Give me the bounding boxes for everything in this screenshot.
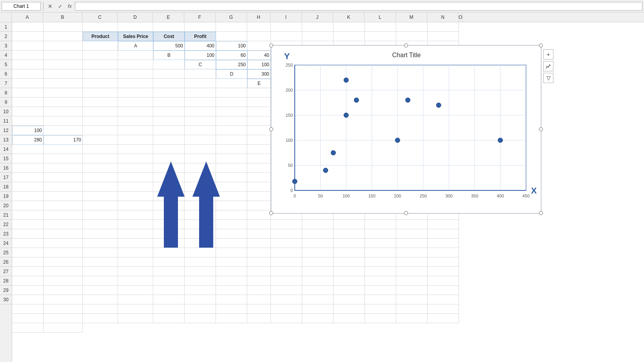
cell-I1[interactable] <box>271 22 302 32</box>
cell-E1[interactable] <box>153 22 185 32</box>
cell-K6[interactable] <box>44 79 83 88</box>
cell-I25[interactable] <box>153 267 185 276</box>
cell-J25[interactable] <box>185 267 216 276</box>
cell-E14[interactable] <box>118 154 153 163</box>
cell-K19[interactable] <box>12 210 44 220</box>
cell-O15[interactable] <box>12 173 44 182</box>
cell-O22[interactable] <box>247 239 271 248</box>
cell-H22[interactable] <box>12 239 44 248</box>
cell-N26[interactable] <box>334 276 365 286</box>
cell-C23[interactable] <box>334 239 365 248</box>
cell-L30[interactable] <box>396 314 428 323</box>
cell-D1[interactable] <box>118 22 153 32</box>
cell-L10[interactable] <box>216 116 247 126</box>
cell-C26[interactable] <box>428 267 459 276</box>
cell-E30[interactable] <box>185 314 216 323</box>
cell-G25[interactable] <box>83 267 118 276</box>
cell-A30[interactable] <box>44 314 83 323</box>
cell-O3[interactable] <box>83 51 118 60</box>
cell-L11[interactable] <box>247 126 271 135</box>
cell-K28[interactable] <box>302 295 334 304</box>
cell-B1[interactable] <box>44 22 83 32</box>
cell-D22[interactable] <box>334 229 365 239</box>
cell-D13[interactable] <box>44 145 83 154</box>
cell-J8[interactable] <box>83 98 118 107</box>
cell-L8[interactable] <box>153 98 185 107</box>
cell-C27[interactable] <box>12 286 44 295</box>
cell-J9[interactable] <box>118 107 153 116</box>
cell-B21[interactable] <box>247 220 271 229</box>
cell-O8[interactable] <box>247 98 271 107</box>
cell-K7[interactable] <box>83 88 118 98</box>
cell-C15[interactable] <box>83 163 118 173</box>
cell-I9[interactable] <box>83 107 118 116</box>
cell-E17[interactable] <box>216 182 247 192</box>
cell-L21[interactable] <box>118 229 153 239</box>
cell-E29[interactable] <box>153 304 185 314</box>
cell-D3[interactable]: 400 <box>185 41 216 51</box>
cell-G10[interactable] <box>44 116 83 126</box>
cell-D21[interactable] <box>302 220 334 229</box>
chart-container[interactable]: + ▽ Chart Title0501001502002500501001502… <box>271 45 541 214</box>
chart-add-button[interactable]: + <box>543 49 553 60</box>
cell-M10[interactable] <box>247 116 271 126</box>
cell-A27[interactable] <box>396 276 428 286</box>
cell-L6[interactable] <box>83 79 118 88</box>
cell-D27[interactable] <box>44 286 83 295</box>
cell-I13[interactable] <box>216 145 247 154</box>
cell-M20[interactable] <box>118 220 153 229</box>
cell-D30[interactable] <box>153 314 185 323</box>
cell-L7[interactable] <box>118 88 153 98</box>
cell-F26[interactable] <box>83 276 118 286</box>
cell-G16[interactable] <box>247 173 271 182</box>
cell-O5[interactable] <box>153 69 185 79</box>
cell-A1[interactable] <box>12 22 44 32</box>
cell-K22[interactable] <box>118 239 153 248</box>
cell-D2[interactable]: Cost <box>153 32 185 41</box>
cell-J12[interactable] <box>216 135 247 145</box>
cell-K12[interactable] <box>247 135 271 145</box>
cell-M4[interactable] <box>44 60 83 69</box>
cell-F11[interactable] <box>44 126 83 135</box>
cell-M3[interactable] <box>12 51 44 60</box>
cell-F22[interactable] <box>396 229 428 239</box>
cell-I22[interactable] <box>44 239 83 248</box>
handle-tl[interactable] <box>269 43 273 47</box>
handle-tm[interactable] <box>404 43 408 47</box>
cell-H14[interactable] <box>216 154 247 163</box>
cells-area[interactable]: ProductSales PriceCostProfitA500400100B1… <box>12 22 644 362</box>
cell-J10[interactable] <box>153 116 185 126</box>
cell-E26[interactable] <box>44 276 83 286</box>
cell-K26[interactable] <box>247 276 271 286</box>
cell-F29[interactable] <box>185 304 216 314</box>
cell-G13[interactable] <box>153 145 185 154</box>
cell-A15[interactable] <box>12 163 44 173</box>
cell-C29[interactable] <box>83 304 118 314</box>
cell-D15[interactable] <box>118 163 153 173</box>
cell-C3[interactable]: 500 <box>153 41 185 51</box>
cell-E2[interactable]: Profit <box>185 32 216 41</box>
cell-J26[interactable] <box>216 276 247 286</box>
cell-F23[interactable] <box>428 239 459 248</box>
cell-O24[interactable] <box>302 257 334 267</box>
cell-I23[interactable] <box>83 248 118 257</box>
cell-O2[interactable] <box>44 41 83 51</box>
cell-E12[interactable]: 170 <box>44 135 83 145</box>
cell-M29[interactable] <box>396 304 428 314</box>
cell-E21[interactable] <box>334 220 365 229</box>
cell-D25[interactable] <box>428 257 459 267</box>
cell-M24[interactable] <box>247 257 271 267</box>
cell-H30[interactable] <box>271 314 302 323</box>
cell-A23[interactable] <box>271 239 302 248</box>
cell-L9[interactable] <box>185 107 216 116</box>
cell-H23[interactable] <box>44 248 83 257</box>
cell-J13[interactable] <box>247 145 271 154</box>
cell-C13[interactable] <box>12 145 44 154</box>
cell-B5[interactable]: C <box>185 60 216 69</box>
cell-B25[interactable] <box>365 257 396 267</box>
cell-E27[interactable] <box>83 286 118 295</box>
cell-B30[interactable] <box>83 314 118 323</box>
cell-N28[interactable] <box>396 295 428 304</box>
cell-I27[interactable] <box>216 286 247 295</box>
cell-B7[interactable]: E <box>247 79 271 88</box>
